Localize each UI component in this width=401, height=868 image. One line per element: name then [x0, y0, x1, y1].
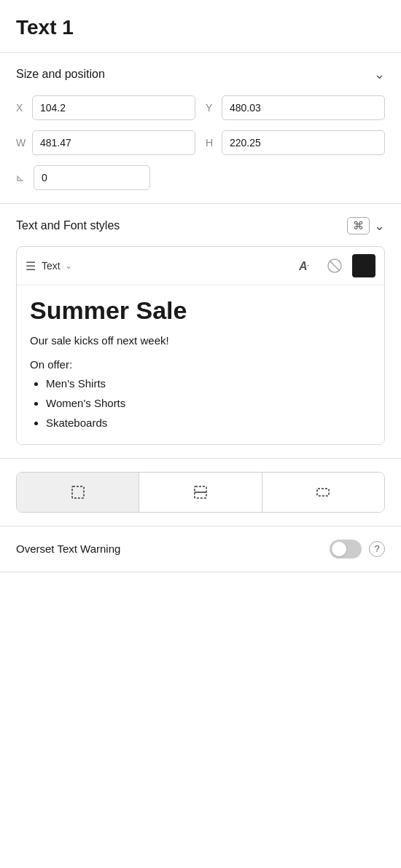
font-section-icons: ⌘ ⌄: [347, 217, 385, 234]
help-icon[interactable]: ?: [369, 541, 385, 557]
size-and-position-label: Size and position: [16, 68, 105, 81]
size-and-position-section: Size and position ⌄ X Y W H: [0, 53, 401, 204]
overset-controls: ?: [330, 540, 385, 559]
preview-list: Men's Shirts Women's Shorts Skateboards: [30, 374, 371, 433]
w-label: W: [16, 137, 26, 149]
resize-mode-auto-size-button[interactable]: [262, 473, 384, 512]
h-field-group: H: [206, 130, 385, 155]
preview-list-title: On offer:: [30, 358, 371, 371]
resize-mode-auto-height-button[interactable]: [139, 473, 262, 512]
size-and-position-header[interactable]: Size and position ⌄: [16, 66, 385, 82]
text-style-dropdown[interactable]: Text ⌄: [42, 260, 288, 272]
preview-subtext: Our sale kicks off next week!: [30, 333, 371, 350]
svg-rect-9: [317, 489, 329, 496]
list-item: Skateboards: [46, 413, 371, 433]
size-and-position-chevron-icon: ⌄: [374, 66, 385, 82]
svg-text:A: A: [298, 260, 308, 272]
align-icon[interactable]: ☰: [26, 259, 36, 273]
font-style-button[interactable]: A ʼ: [294, 254, 317, 277]
resize-mode-fixed-button[interactable]: [17, 473, 139, 512]
help-icon-label: ?: [374, 543, 379, 554]
y-field-group: Y: [206, 95, 385, 120]
list-item: Men's Shirts: [46, 374, 371, 393]
page-title: Text 1: [0, 0, 401, 53]
y-label: Y: [206, 102, 216, 114]
cmd-badge[interactable]: ⌘: [347, 217, 370, 234]
w-input[interactable]: [32, 130, 195, 155]
list-item: Women's Shorts: [46, 393, 371, 413]
overset-text-warning-section: Overset Text Warning ?: [0, 526, 401, 572]
h-label: H: [206, 137, 216, 149]
svg-text:ʼ: ʼ: [307, 264, 309, 272]
text-font-styles-header: Text and Font styles ⌘ ⌄: [16, 217, 385, 234]
xy-fields: X Y W H: [16, 95, 385, 155]
rotation-icon: [16, 170, 28, 185]
rotation-input[interactable]: [34, 165, 150, 190]
toggle-knob: [332, 542, 346, 556]
h-input[interactable]: [222, 130, 385, 155]
rotation-row: [16, 165, 385, 190]
no-fill-button[interactable]: [323, 254, 346, 277]
x-label: X: [16, 102, 26, 114]
dropdown-chevron-icon: ⌄: [65, 261, 72, 271]
text-preview-body: Summer Sale Our sale kicks off next week…: [17, 285, 384, 444]
text-font-styles-section: Text and Font styles ⌘ ⌄ ☰ Text ⌄ A ʼ: [0, 204, 401, 459]
text-font-styles-label: Text and Font styles: [16, 219, 120, 232]
svg-line-5: [330, 261, 340, 271]
y-input[interactable]: [222, 95, 385, 120]
resize-mode-section: [0, 459, 401, 526]
text-font-styles-chevron-icon: ⌄: [374, 218, 385, 234]
overset-toggle[interactable]: [330, 540, 362, 559]
overset-text-warning-label: Overset Text Warning: [16, 542, 120, 555]
x-input[interactable]: [32, 95, 195, 120]
text-preview-toolbar: ☰ Text ⌄ A ʼ: [17, 247, 384, 285]
preview-heading: Summer Sale: [30, 297, 371, 324]
color-swatch[interactable]: [352, 254, 375, 277]
svg-rect-6: [72, 486, 84, 498]
x-field-group: X: [16, 95, 195, 120]
w-field-group: W: [16, 130, 195, 155]
text-preview-card: ☰ Text ⌄ A ʼ Summer Sale Our sale: [16, 246, 385, 445]
text-style-label: Text: [42, 260, 61, 272]
resize-mode-group: [16, 472, 385, 513]
